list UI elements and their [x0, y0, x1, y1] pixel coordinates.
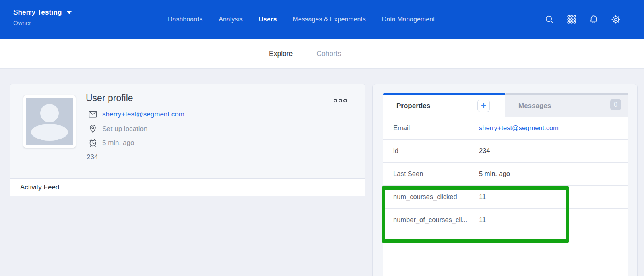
property-row-number-of-courses-clicked: number_of_courses_cli... 11	[383, 209, 628, 232]
user-profile-card: User profile sherry+test@segment.com Set…	[10, 84, 365, 178]
property-row-num-courses-clicked: num_courses_clicked 11	[383, 186, 628, 209]
avatar	[23, 95, 76, 148]
notifications-bell-icon[interactable]	[589, 15, 599, 24]
alarm-clock-icon	[88, 138, 97, 147]
profile-last-seen: 5 min. ago	[102, 139, 134, 147]
header-icons	[545, 0, 621, 39]
workspace-role: Owner	[13, 19, 72, 26]
active-tab-topbar	[383, 93, 505, 95]
more-options-icon[interactable]	[334, 99, 347, 102]
workspace-switcher[interactable]: Sherry Testing Owner	[13, 8, 72, 26]
profile-email-link[interactable]: sherry+test@segment.com	[102, 110, 184, 118]
tab-cohorts[interactable]: Cohorts	[316, 50, 341, 58]
nav-item-dashboards[interactable]: Dashboards	[168, 16, 202, 23]
location-pin-icon	[88, 124, 97, 133]
settings-gear-icon[interactable]	[611, 15, 621, 24]
property-value: 5 min. ago	[479, 170, 510, 178]
messages-count-badge: 0	[610, 99, 621, 110]
profile-external-id: 234	[87, 153, 98, 161]
add-property-button[interactable]: +	[477, 100, 490, 112]
tab-properties-label: Properties	[396, 102, 430, 110]
search-icon[interactable]	[545, 15, 554, 24]
property-value: 234	[479, 147, 490, 155]
inactive-tab-topbar	[505, 93, 628, 95]
properties-table: Email sherry+test@segment.com id 234 Las…	[383, 117, 628, 276]
property-row-last-seen: Last Seen 5 min. ago	[383, 163, 628, 186]
tab-messages-label: Messages	[518, 102, 551, 110]
property-label: id	[393, 147, 398, 155]
property-value: 11	[479, 193, 486, 201]
app-header: Sherry Testing Owner Dashboards Analysis…	[0, 0, 644, 39]
main-nav: Dashboards Analysis Users Messages & Exp…	[168, 0, 435, 39]
property-row-email: Email sherry+test@segment.com	[383, 117, 628, 140]
property-row-id: id 234	[383, 140, 628, 163]
activity-feed-title: Activity Feed	[20, 183, 59, 191]
users-subnav: Explore Cohorts	[0, 39, 644, 69]
activity-feed-section[interactable]: Activity Feed	[10, 178, 365, 196]
chevron-down-icon	[67, 11, 72, 14]
workspace-name: Sherry Testing	[13, 8, 62, 17]
tab-properties[interactable]: Properties +	[383, 93, 505, 117]
tab-messages[interactable]: Messages 0	[505, 93, 628, 117]
property-label: num_courses_clicked	[393, 193, 457, 201]
nav-item-data-management[interactable]: Data Management	[382, 16, 435, 23]
property-value-email-link[interactable]: sherry+test@segment.com	[479, 124, 559, 132]
tab-explore[interactable]: Explore	[269, 50, 293, 58]
profile-set-location[interactable]: Set up location	[102, 125, 147, 133]
property-value: 11	[479, 216, 486, 224]
property-label: Last Seen	[393, 170, 423, 178]
nav-item-analysis[interactable]: Analysis	[219, 16, 243, 23]
apps-grid-icon[interactable]	[567, 15, 576, 24]
profile-card-title: User profile	[86, 93, 133, 104]
nav-item-messages-experiments[interactable]: Messages & Experiments	[293, 16, 365, 23]
envelope-icon	[88, 110, 97, 119]
property-label: number_of_courses_cli...	[393, 216, 467, 224]
nav-item-users[interactable]: Users	[259, 16, 277, 23]
property-label: Email	[393, 124, 410, 132]
